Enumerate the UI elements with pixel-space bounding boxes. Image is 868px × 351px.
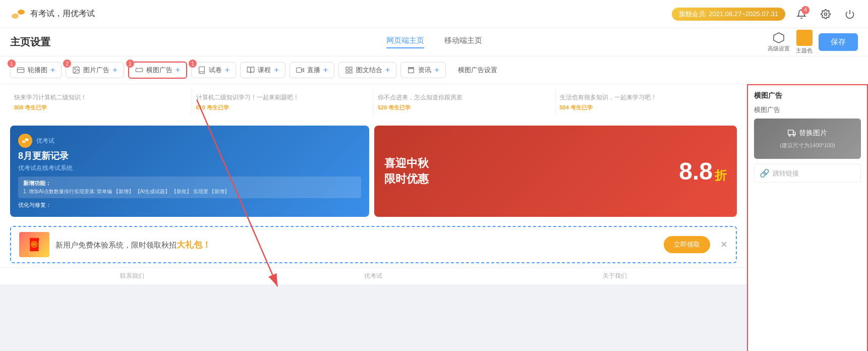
course-label: 课程 xyxy=(258,66,271,75)
image-ad-badge: 2 xyxy=(63,60,71,68)
link-label: 跳转链接 xyxy=(773,169,799,178)
member-badge: 旗舰会员: 2021.08.27~2025.07.31 xyxy=(672,8,785,21)
course-card-4-count: 504 考生已学 xyxy=(560,104,733,111)
banner-left: 优考试 8月更新记录 优考试在线考试系统 新增功能： 1. 增加AI点数数量排行… xyxy=(10,126,369,217)
comp-item-carousel[interactable]: 1 轮播图 + xyxy=(10,62,62,78)
hexagon-icon xyxy=(773,32,785,44)
svg-point-1 xyxy=(18,10,25,15)
img-text-label: 图文结合 xyxy=(356,66,382,75)
bottom-banner-text-normal: 新用户免费体验系统，限时领取秋招 xyxy=(55,241,177,249)
right-settings-panel: 横图广告 横图广告 替换图片 (建议尺寸为1400*100) 🔗 跳转链接 xyxy=(747,84,868,351)
carousel-add[interactable]: + xyxy=(50,66,55,75)
carousel-badge: 1 xyxy=(8,60,16,68)
exam-label: 试卷 xyxy=(209,66,222,75)
course-card-3-count: 520 考生已学 xyxy=(378,104,551,111)
svg-rect-5 xyxy=(17,68,24,72)
comp-item-banner-ad[interactable]: 1 横图广告 + xyxy=(128,62,187,79)
course-card-2-title: 计算机二级知识学习！一起来刷题吧！ xyxy=(196,93,370,102)
comp-item-exam[interactable]: 1 试卷 + xyxy=(191,62,236,78)
image-replace-btn[interactable]: 替换图片 (建议尺寸为1400*100) xyxy=(754,119,861,159)
news-add[interactable]: + xyxy=(434,66,439,75)
comp-item-image-ad[interactable]: 2 图片广告 + xyxy=(66,62,124,78)
svg-point-0 xyxy=(12,14,19,19)
exam-add[interactable]: + xyxy=(225,66,229,75)
banner-right: 喜迎中秋 限时优惠 8.8 折 xyxy=(374,126,737,217)
toolbar-section-label: 横图广告设置 xyxy=(458,66,497,75)
page-header: 主页设置 网页端主页 移动端主页 高级设置 主题色 保存 xyxy=(0,28,868,56)
live-label: 直播 xyxy=(307,66,320,75)
svg-rect-12 xyxy=(350,67,352,70)
logo-area: 有考试，用优考试 xyxy=(10,6,95,22)
banner-ad-add[interactable]: + xyxy=(176,66,180,75)
right-panel-title: 横图广告 xyxy=(754,91,861,100)
bottom-banner-text: 新用户免费体验系统，限时领取秋招大礼包！ xyxy=(55,239,658,251)
exam-badge: 1 xyxy=(189,60,197,68)
news-label: 资讯 xyxy=(418,66,431,75)
svg-point-2 xyxy=(825,13,827,15)
image-ad-icon xyxy=(72,66,80,74)
save-button[interactable]: 保存 xyxy=(819,33,858,51)
top-nav-right: 旗舰会员: 2021.08.27~2025.07.31 4 xyxy=(672,6,858,22)
page-tabs: 网页端主页 移动端主页 xyxy=(386,36,482,48)
banner-discount-unit: 折 xyxy=(715,167,727,184)
banner-right-text1: 喜迎中秋 xyxy=(384,156,429,171)
comp-item-course[interactable]: 课程 + xyxy=(240,62,285,78)
comp-item-news[interactable]: 资讯 + xyxy=(400,62,445,78)
link-row[interactable]: 🔗 跳转链接 xyxy=(754,164,861,183)
advanced-settings-btn[interactable]: 高级设置 xyxy=(768,32,790,52)
notification-btn[interactable]: 4 xyxy=(793,6,809,22)
course-card-1-count: 808 考生已学 xyxy=(14,104,188,111)
image-ad-add[interactable]: + xyxy=(112,66,117,75)
page-header-right: 高级设置 主题色 保存 xyxy=(768,30,858,54)
svg-point-7 xyxy=(75,69,76,70)
power-icon xyxy=(845,9,855,19)
theme-color-btn[interactable] xyxy=(796,30,813,46)
image-hint: (建议尺寸为1400*100) xyxy=(780,142,835,149)
svg-rect-13 xyxy=(350,71,352,73)
truck-icon xyxy=(788,129,796,137)
svg-rect-10 xyxy=(296,68,301,72)
bottom-banner-claim-btn[interactable]: 立即领取 xyxy=(664,236,710,253)
banner-brand: 优考试 xyxy=(36,137,54,145)
advanced-label: 高级设置 xyxy=(768,45,790,52)
course-add[interactable]: + xyxy=(274,66,278,75)
banner-left-sub: 优考试在线考试系统 xyxy=(18,164,361,172)
course-card-2-count: 610 考生已学 xyxy=(196,104,370,111)
logo-small xyxy=(18,134,32,148)
live-add[interactable]: + xyxy=(323,66,328,75)
bottom-banner-close-btn[interactable]: ✕ xyxy=(720,239,728,250)
top-nav: 有考试，用优考试 旗舰会员: 2021.08.27~2025.07.31 4 xyxy=(0,0,868,28)
banner-left-footer: 优化与修复： xyxy=(18,201,361,209)
svg-point-16 xyxy=(25,139,29,141)
banner-left-detail: 新增功能： 1. 增加AI点数数量排行实现里落: 荣单编 【新增】 【AI生成试… xyxy=(18,177,361,198)
footer-brand: 优考试 xyxy=(364,272,382,280)
page-title: 主页设置 xyxy=(10,35,71,49)
bottom-banner-image: 🧧 xyxy=(19,232,49,257)
svg-point-22 xyxy=(793,134,795,136)
svg-rect-11 xyxy=(346,67,349,70)
banner-ad-label: 横图广告 xyxy=(146,66,172,75)
svg-marker-20 xyxy=(793,132,796,134)
logo-text: 有考试，用优考试 xyxy=(30,9,95,19)
svg-point-21 xyxy=(789,134,790,136)
img-text-add[interactable]: + xyxy=(385,66,390,75)
course-cards-row: 快来学习计算机二级知识！ 808 考生已学 计算机二级知识学习！一起来刷题吧！ … xyxy=(0,84,747,121)
banner-left-title: 8月更新记录 xyxy=(18,150,361,162)
news-icon xyxy=(407,66,415,74)
tab-mobile-home[interactable]: 移动端主页 xyxy=(444,36,482,48)
carousel-icon xyxy=(17,66,25,74)
settings-btn[interactable] xyxy=(818,6,834,22)
comp-item-live[interactable]: 直播 + xyxy=(290,62,334,78)
carousel-label: 轮播图 xyxy=(28,66,47,75)
logo-small-icon xyxy=(21,137,29,145)
banner-area: 优考试 8月更新记录 优考试在线考试系统 新增功能： 1. 增加AI点数数量排行… xyxy=(0,121,747,222)
comp-item-img-text[interactable]: 图文结合 + xyxy=(338,62,396,78)
tab-web-home[interactable]: 网页端主页 xyxy=(386,36,424,48)
footer-contact: 联系我们 xyxy=(120,272,144,280)
image-btn-label: 替换图片 xyxy=(799,129,827,138)
canvas-area: 快来学习计算机二级知识！ 808 考生已学 计算机二级知识学习！一起来刷题吧！ … xyxy=(0,84,747,351)
right-panel-sub: 横图广告 xyxy=(754,105,861,114)
power-btn[interactable] xyxy=(842,6,858,22)
course-card-4: 生活也有很多知识，一起来学习吧！ 504 考生已学 xyxy=(556,89,737,115)
banner-left-detail-text: 1. 增加AI点数数量排行实现里落: 荣单编 【新增】 【AI生成试题】 【新批… xyxy=(23,188,356,195)
